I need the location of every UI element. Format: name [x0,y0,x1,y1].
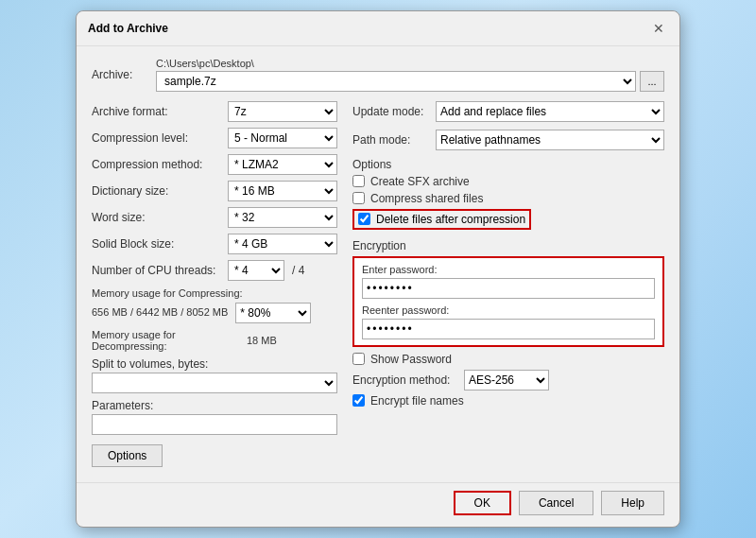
memory-decompress-value: 18 MB [247,335,277,346]
enc-method-select[interactable]: AES-256 [464,370,549,390]
split-block: Split to volumes, bytes: [92,357,337,399]
solid-block-select[interactable]: * 4 GB [228,234,337,254]
update-mode-label: Update mode: [352,105,428,118]
encryption-title: Encryption [352,239,664,252]
memory-compress-line1: Memory usage for Compressing: [92,286,337,301]
close-button[interactable]: ✕ [649,19,668,38]
encrypt-names-label: Encrypt file names [370,394,464,408]
ok-button[interactable]: OK [454,491,511,515]
dictionary-size-label: Dictionary size: [92,184,224,198]
enc-method-row: Encryption method: AES-256 [352,370,664,390]
params-block: Parameters: [92,399,337,444]
compression-level-select[interactable]: 5 - Normal [228,128,337,148]
solid-block-row: Solid Block size: * 4 GB [92,234,337,254]
encryption-outer: Encryption Enter password: Reenter passw… [352,239,664,408]
compression-level-label: Compression level: [92,131,224,145]
dictionary-size-select[interactable]: * 16 MB [228,181,337,201]
params-input[interactable] [92,414,337,435]
delete-files-checkbox[interactable] [358,213,370,225]
archive-label: Archive: [92,68,148,81]
archive-format-label: Archive format: [92,105,224,118]
path-mode-label: Path mode: [352,133,428,147]
left-column: Archive format: 7z Compression level: 5 … [92,101,337,467]
compression-method-row: Compression method: * LZMA2 [92,154,337,175]
compress-shared-row: Compress shared files [352,192,664,205]
encryption-section: Enter password: Reenter password: [352,256,664,347]
dialog-title: Add to Archive [88,22,168,35]
encrypt-names-row: Encrypt file names [352,394,664,408]
enter-password-label: Enter password: [362,264,655,275]
word-size-select[interactable]: * 32 [228,207,337,228]
create-sfx-row: Create SFX archive [352,175,664,188]
show-password-row: Show Password [352,353,664,366]
show-password-checkbox[interactable] [352,353,365,365]
reenter-password-input[interactable] [362,319,655,339]
update-mode-select[interactable]: Add and replace files [436,101,664,122]
cpu-threads-label: Number of CPU threads: [92,264,224,277]
compression-method-label: Compression method: [92,158,224,171]
cpu-threads-row: Number of CPU threads: * 4 / 4 [92,260,337,281]
params-label: Parameters: [92,399,337,412]
archive-combo-row: sample.7z ... [156,71,664,92]
archive-format-select[interactable]: 7z [228,101,337,122]
right-column: Update mode: Add and replace files Path … [352,101,664,467]
archive-subpath: C:\Users\pc\Desktop\ [156,58,664,69]
compress-shared-checkbox[interactable] [352,192,365,204]
cpu-threads-select[interactable]: * 4 [228,260,284,281]
update-mode-row: Update mode: Add and replace files [352,101,664,122]
reenter-password-label: Reenter password: [362,304,655,316]
cpu-max-label: / 4 [292,264,304,277]
help-button[interactable]: Help [601,491,664,515]
archive-path-wrap: C:\Users\pc\Desktop\ sample.7z ... [156,58,664,92]
dialog-body: Archive: C:\Users\pc\Desktop\ sample.7z … [77,46,679,478]
options-button[interactable]: Options [92,444,163,467]
memory-compress-block: Memory usage for Compressing: 656 MB / 6… [92,286,337,323]
browse-button[interactable]: ... [640,71,664,92]
create-sfx-checkbox[interactable] [352,175,365,187]
archive-select[interactable]: sample.7z [156,71,636,92]
compression-level-row: Compression level: 5 - Normal [92,128,337,148]
split-select[interactable] [92,373,337,393]
memory-compress-row: 656 MB / 6442 MB / 8052 MB * 80% [92,303,337,323]
dictionary-size-row: Dictionary size: * 16 MB [92,181,337,201]
path-mode-row: Path mode: Relative pathnames [352,130,664,150]
two-col-layout: Archive format: 7z Compression level: 5 … [92,101,664,467]
memory-compress-select[interactable]: * 80% [235,303,311,323]
encrypt-names-checkbox[interactable] [352,394,365,407]
dialog-footer: OK Cancel Help [77,482,679,527]
archive-row: Archive: C:\Users\pc\Desktop\ sample.7z … [92,58,664,92]
enter-password-input[interactable] [362,278,655,299]
memory-compress-line2: 656 MB / 6442 MB / 8052 MB [92,305,228,320]
path-mode-select[interactable]: Relative pathnames [436,130,664,150]
memory-decompress-label: Memory usage for Decompressing: [92,329,243,352]
delete-files-label: Delete files after compression [376,213,525,226]
word-size-row: Word size: * 32 [92,207,337,228]
compress-shared-label: Compress shared files [370,192,483,205]
solid-block-label: Solid Block size: [92,237,224,251]
cancel-button[interactable]: Cancel [519,491,593,515]
options-section-header: Options [352,158,664,171]
create-sfx-label: Create SFX archive [370,175,470,188]
archive-format-row: Archive format: 7z [92,101,337,122]
title-bar: Add to Archive ✕ [77,11,679,46]
dialog: Add to Archive ✕ Archive: C:\Users\pc\De… [76,10,680,528]
show-password-label: Show Password [370,353,452,366]
compression-method-select[interactable]: * LZMA2 [228,154,337,175]
enc-method-label: Encryption method: [352,373,456,387]
split-label: Split to volumes, bytes: [92,357,337,371]
delete-files-row: Delete files after compression [352,209,531,230]
word-size-label: Word size: [92,211,224,224]
memory-decompress-row: Memory usage for Decompressing: 18 MB [92,329,337,352]
